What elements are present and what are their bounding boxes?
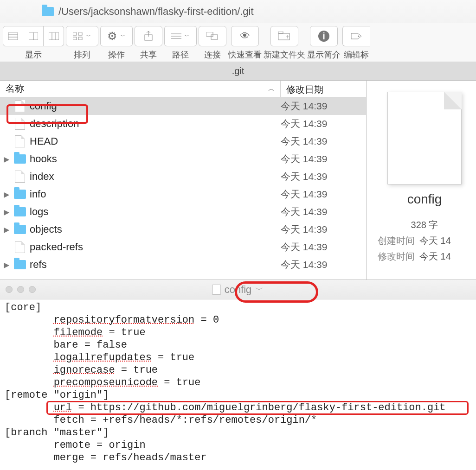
toolbar-quicklook-group: 👁 快速查看: [228, 23, 262, 60]
editor-line: repositoryformatversion = 0: [5, 314, 471, 326]
toolbar-connect-group: 连接: [199, 23, 226, 60]
editor-line: [core]: [5, 301, 471, 314]
file-row[interactable]: description今天 14:39: [0, 115, 366, 133]
file-name: HEAD: [27, 135, 281, 147]
editor-line: bare = false: [5, 339, 471, 351]
file-row[interactable]: HEAD今天 14:39: [0, 133, 366, 150]
gear-icon: ⚙: [107, 30, 117, 43]
toolbar-path-group: ﹀ 路径: [164, 23, 197, 60]
folder-icon: [13, 190, 27, 199]
info-button[interactable]: i: [310, 26, 338, 46]
file-icon: [13, 171, 27, 183]
editor-titlebar: config ﹀: [0, 280, 476, 299]
file-name: info: [27, 188, 281, 200]
file-row[interactable]: index今天 14:39: [0, 168, 366, 185]
file-icon: [13, 100, 27, 112]
folder-icon: [13, 260, 27, 269]
file-name: hooks: [27, 153, 281, 165]
svg-rect-10: [73, 37, 77, 40]
new-folder-icon: +: [278, 32, 290, 41]
file-row[interactable]: ▶info今天 14:39: [0, 185, 366, 203]
file-modified: 今天 14:39: [281, 170, 366, 183]
file-list-pane: 名称 ︿ 修改日期 config今天 14:39description今天 14…: [0, 81, 367, 279]
quicklook-button[interactable]: 👁: [231, 26, 259, 46]
file-row[interactable]: ▶hooks今天 14:39: [0, 150, 366, 168]
chevron-down-icon: ﹀: [184, 32, 190, 40]
svg-rect-18: [211, 35, 218, 39]
file-modified: 今天 14:39: [281, 135, 366, 148]
editor-line: [branch "master"]: [5, 426, 471, 439]
zoom-window-button[interactable]: [29, 286, 36, 293]
share-icon: [144, 31, 153, 41]
document-icon: [212, 285, 221, 295]
file-row[interactable]: ▶logs今天 14:39: [0, 203, 366, 221]
file-icon: [13, 135, 27, 147]
editor-line: filemode = true: [5, 326, 471, 339]
tab-bar: .git: [0, 62, 476, 81]
preview-created-label: 创建时间: [373, 233, 415, 248]
folder-icon: [13, 225, 27, 234]
toolbar-quicklook-label: 快速查看: [228, 49, 262, 60]
toolbar-info-group: i 显示简介: [307, 23, 341, 60]
disclosure-triangle-icon[interactable]: ▶: [0, 155, 13, 164]
toolbar-share-label: 共享: [140, 49, 157, 60]
action-button[interactable]: ⚙﹀: [100, 26, 133, 46]
view-icon-button[interactable]: [3, 26, 23, 46]
file-name: config: [27, 100, 281, 112]
svg-marker-22: [351, 33, 361, 39]
preview-modified-label: 修改时间: [373, 248, 415, 264]
toolbar-path-label: 路径: [172, 49, 189, 60]
close-window-button[interactable]: [6, 286, 13, 293]
disclosure-triangle-icon[interactable]: ▶: [0, 260, 13, 269]
editor-line: remote = origin: [5, 439, 471, 451]
window-path: /Users/jacksonshawn/flasky-first-edition…: [58, 6, 254, 18]
toolbar-newfolder-group: + 新建文件夹: [264, 23, 305, 60]
column-modified-label: 修改日期: [286, 84, 323, 95]
minimize-window-button[interactable]: [17, 286, 24, 293]
folder-icon: [13, 154, 27, 164]
preview-created-value: 今天 14: [419, 235, 451, 246]
preview-thumbnail: [387, 92, 462, 184]
preview-size: 328 字: [373, 217, 476, 233]
toolbar-newfolder-label: 新建文件夹: [264, 49, 305, 60]
svg-rect-20: [278, 32, 283, 33]
sort-indicator-icon: ︿: [268, 85, 275, 93]
tab-title[interactable]: .git: [232, 66, 244, 76]
file-row[interactable]: ▶objects今天 14:39: [0, 221, 366, 238]
disclosure-triangle-icon[interactable]: ▶: [0, 225, 13, 234]
editor-title[interactable]: config ﹀: [212, 284, 264, 296]
preview-pane: config 328 字 创建时间今天 14 修改时间今天 14: [367, 81, 476, 279]
chevron-down-icon: ﹀: [120, 32, 126, 40]
toolbar-tags-label: 编辑标: [344, 49, 369, 60]
connect-button[interactable]: [199, 26, 226, 46]
view-column-button[interactable]: [44, 26, 64, 46]
editor-title-text: config: [225, 284, 252, 296]
file-modified: 今天 14:39: [281, 152, 366, 165]
file-name: packed-refs: [27, 241, 281, 253]
folder-icon: [13, 207, 27, 216]
disclosure-triangle-icon[interactable]: ▶: [0, 190, 13, 199]
toolbar-info-label: 显示简介: [307, 49, 341, 60]
toolbar-action-group: ⚙﹀ 操作: [100, 23, 133, 60]
editor-line: fetch = +refs/heads/*:refs/remotes/origi…: [5, 414, 471, 426]
newfolder-button[interactable]: +: [270, 26, 298, 46]
path-button[interactable]: ﹀: [164, 26, 197, 46]
window-titlebar: /Users/jacksonshawn/flasky-first-edition…: [0, 0, 476, 23]
svg-rect-8: [73, 32, 77, 35]
tags-button[interactable]: [342, 26, 370, 46]
file-row[interactable]: packed-refs今天 14:39: [0, 238, 366, 256]
toolbar-connect-label: 连接: [204, 49, 221, 60]
view-list-button[interactable]: [23, 26, 44, 46]
share-button[interactable]: [135, 26, 162, 46]
column-modified[interactable]: 修改日期: [281, 81, 366, 97]
arrange-button[interactable]: ﹀: [66, 26, 98, 46]
file-icon: [13, 241, 27, 253]
preview-filename: config: [373, 192, 476, 207]
file-row[interactable]: ▶refs今天 14:39: [0, 256, 366, 273]
editor-body[interactable]: [core] repositoryformatversion = 0 filem…: [0, 299, 476, 466]
column-name[interactable]: 名称 ︿: [0, 81, 281, 97]
file-modified: 今天 14:39: [281, 223, 366, 236]
file-row[interactable]: config今天 14:39: [0, 97, 366, 115]
disclosure-triangle-icon[interactable]: ▶: [0, 208, 13, 216]
file-modified: 今天 14:39: [281, 241, 366, 254]
